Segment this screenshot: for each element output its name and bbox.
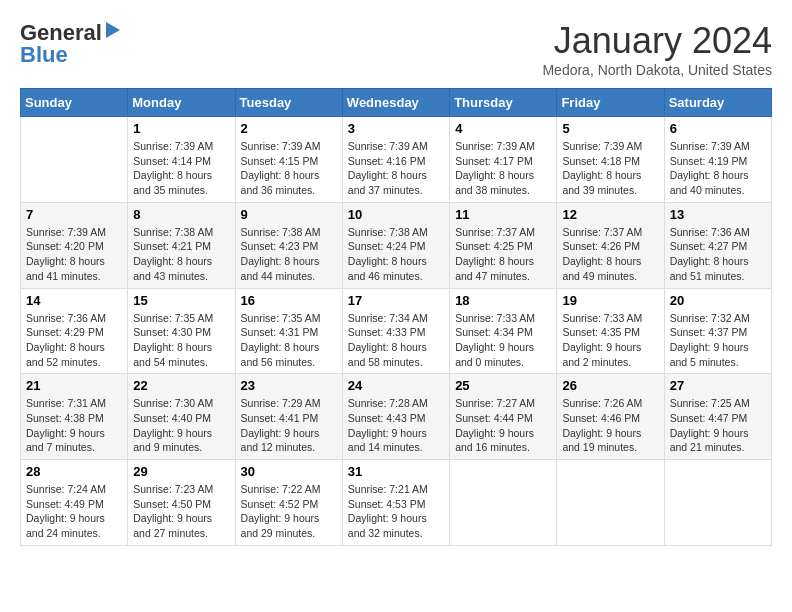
calendar-week-row: 7Sunrise: 7:39 AMSunset: 4:20 PMDaylight… (21, 202, 772, 288)
day-cell-8: 8Sunrise: 7:38 AMSunset: 4:21 PMDaylight… (128, 202, 235, 288)
day-number: 9 (241, 207, 337, 222)
day-detail: Sunrise: 7:35 AMSunset: 4:31 PMDaylight:… (241, 311, 337, 370)
weekday-header-friday: Friday (557, 89, 664, 117)
empty-day-cell (664, 460, 771, 546)
day-number: 12 (562, 207, 658, 222)
day-detail: Sunrise: 7:36 AMSunset: 4:29 PMDaylight:… (26, 311, 122, 370)
day-cell-14: 14Sunrise: 7:36 AMSunset: 4:29 PMDayligh… (21, 288, 128, 374)
day-number: 31 (348, 464, 444, 479)
day-number: 28 (26, 464, 122, 479)
weekday-header-thursday: Thursday (450, 89, 557, 117)
day-cell-31: 31Sunrise: 7:21 AMSunset: 4:53 PMDayligh… (342, 460, 449, 546)
day-number: 17 (348, 293, 444, 308)
day-detail: Sunrise: 7:21 AMSunset: 4:53 PMDaylight:… (348, 482, 444, 541)
day-cell-10: 10Sunrise: 7:38 AMSunset: 4:24 PMDayligh… (342, 202, 449, 288)
weekday-header-wednesday: Wednesday (342, 89, 449, 117)
empty-day-cell (21, 117, 128, 203)
day-cell-30: 30Sunrise: 7:22 AMSunset: 4:52 PMDayligh… (235, 460, 342, 546)
day-cell-11: 11Sunrise: 7:37 AMSunset: 4:25 PMDayligh… (450, 202, 557, 288)
month-title: January 2024 (542, 20, 772, 62)
day-detail: Sunrise: 7:38 AMSunset: 4:21 PMDaylight:… (133, 225, 229, 284)
day-number: 2 (241, 121, 337, 136)
day-number: 6 (670, 121, 766, 136)
day-detail: Sunrise: 7:28 AMSunset: 4:43 PMDaylight:… (348, 396, 444, 455)
day-number: 24 (348, 378, 444, 393)
empty-day-cell (557, 460, 664, 546)
day-number: 27 (670, 378, 766, 393)
day-detail: Sunrise: 7:38 AMSunset: 4:24 PMDaylight:… (348, 225, 444, 284)
day-cell-2: 2Sunrise: 7:39 AMSunset: 4:15 PMDaylight… (235, 117, 342, 203)
day-number: 7 (26, 207, 122, 222)
day-detail: Sunrise: 7:37 AMSunset: 4:26 PMDaylight:… (562, 225, 658, 284)
day-cell-25: 25Sunrise: 7:27 AMSunset: 4:44 PMDayligh… (450, 374, 557, 460)
day-cell-3: 3Sunrise: 7:39 AMSunset: 4:16 PMDaylight… (342, 117, 449, 203)
day-detail: Sunrise: 7:27 AMSunset: 4:44 PMDaylight:… (455, 396, 551, 455)
day-cell-18: 18Sunrise: 7:33 AMSunset: 4:34 PMDayligh… (450, 288, 557, 374)
day-detail: Sunrise: 7:37 AMSunset: 4:25 PMDaylight:… (455, 225, 551, 284)
day-cell-24: 24Sunrise: 7:28 AMSunset: 4:43 PMDayligh… (342, 374, 449, 460)
day-detail: Sunrise: 7:33 AMSunset: 4:34 PMDaylight:… (455, 311, 551, 370)
day-number: 26 (562, 378, 658, 393)
weekday-header-row: SundayMondayTuesdayWednesdayThursdayFrid… (21, 89, 772, 117)
day-number: 8 (133, 207, 229, 222)
day-number: 29 (133, 464, 229, 479)
day-cell-27: 27Sunrise: 7:25 AMSunset: 4:47 PMDayligh… (664, 374, 771, 460)
day-number: 18 (455, 293, 551, 308)
day-cell-9: 9Sunrise: 7:38 AMSunset: 4:23 PMDaylight… (235, 202, 342, 288)
location-text: Medora, North Dakota, United States (542, 62, 772, 78)
day-cell-4: 4Sunrise: 7:39 AMSunset: 4:17 PMDaylight… (450, 117, 557, 203)
day-cell-19: 19Sunrise: 7:33 AMSunset: 4:35 PMDayligh… (557, 288, 664, 374)
day-cell-5: 5Sunrise: 7:39 AMSunset: 4:18 PMDaylight… (557, 117, 664, 203)
calendar-week-row: 1Sunrise: 7:39 AMSunset: 4:14 PMDaylight… (21, 117, 772, 203)
day-number: 13 (670, 207, 766, 222)
logo-blue-text: Blue (20, 42, 68, 68)
day-cell-29: 29Sunrise: 7:23 AMSunset: 4:50 PMDayligh… (128, 460, 235, 546)
day-cell-1: 1Sunrise: 7:39 AMSunset: 4:14 PMDaylight… (128, 117, 235, 203)
day-detail: Sunrise: 7:39 AMSunset: 4:16 PMDaylight:… (348, 139, 444, 198)
empty-day-cell (450, 460, 557, 546)
day-detail: Sunrise: 7:32 AMSunset: 4:37 PMDaylight:… (670, 311, 766, 370)
day-detail: Sunrise: 7:22 AMSunset: 4:52 PMDaylight:… (241, 482, 337, 541)
day-detail: Sunrise: 7:39 AMSunset: 4:15 PMDaylight:… (241, 139, 337, 198)
day-number: 22 (133, 378, 229, 393)
day-number: 15 (133, 293, 229, 308)
day-number: 21 (26, 378, 122, 393)
weekday-header-monday: Monday (128, 89, 235, 117)
day-number: 16 (241, 293, 337, 308)
day-number: 5 (562, 121, 658, 136)
day-detail: Sunrise: 7:39 AMSunset: 4:18 PMDaylight:… (562, 139, 658, 198)
day-number: 4 (455, 121, 551, 136)
day-detail: Sunrise: 7:39 AMSunset: 4:19 PMDaylight:… (670, 139, 766, 198)
day-detail: Sunrise: 7:33 AMSunset: 4:35 PMDaylight:… (562, 311, 658, 370)
day-number: 25 (455, 378, 551, 393)
day-cell-6: 6Sunrise: 7:39 AMSunset: 4:19 PMDaylight… (664, 117, 771, 203)
day-detail: Sunrise: 7:31 AMSunset: 4:38 PMDaylight:… (26, 396, 122, 455)
day-number: 11 (455, 207, 551, 222)
weekday-header-saturday: Saturday (664, 89, 771, 117)
day-cell-21: 21Sunrise: 7:31 AMSunset: 4:38 PMDayligh… (21, 374, 128, 460)
day-cell-12: 12Sunrise: 7:37 AMSunset: 4:26 PMDayligh… (557, 202, 664, 288)
day-detail: Sunrise: 7:26 AMSunset: 4:46 PMDaylight:… (562, 396, 658, 455)
calendar-table: SundayMondayTuesdayWednesdayThursdayFrid… (20, 88, 772, 546)
day-cell-22: 22Sunrise: 7:30 AMSunset: 4:40 PMDayligh… (128, 374, 235, 460)
day-detail: Sunrise: 7:34 AMSunset: 4:33 PMDaylight:… (348, 311, 444, 370)
day-cell-23: 23Sunrise: 7:29 AMSunset: 4:41 PMDayligh… (235, 374, 342, 460)
day-detail: Sunrise: 7:39 AMSunset: 4:17 PMDaylight:… (455, 139, 551, 198)
day-cell-26: 26Sunrise: 7:26 AMSunset: 4:46 PMDayligh… (557, 374, 664, 460)
page-header: General Blue January 2024 Medora, North … (20, 20, 772, 78)
day-detail: Sunrise: 7:36 AMSunset: 4:27 PMDaylight:… (670, 225, 766, 284)
weekday-header-tuesday: Tuesday (235, 89, 342, 117)
day-cell-15: 15Sunrise: 7:35 AMSunset: 4:30 PMDayligh… (128, 288, 235, 374)
day-number: 3 (348, 121, 444, 136)
day-detail: Sunrise: 7:39 AMSunset: 4:20 PMDaylight:… (26, 225, 122, 284)
title-section: January 2024 Medora, North Dakota, Unite… (542, 20, 772, 78)
svg-marker-0 (106, 22, 120, 38)
day-cell-16: 16Sunrise: 7:35 AMSunset: 4:31 PMDayligh… (235, 288, 342, 374)
day-number: 30 (241, 464, 337, 479)
day-detail: Sunrise: 7:35 AMSunset: 4:30 PMDaylight:… (133, 311, 229, 370)
calendar-week-row: 21Sunrise: 7:31 AMSunset: 4:38 PMDayligh… (21, 374, 772, 460)
day-number: 14 (26, 293, 122, 308)
day-detail: Sunrise: 7:38 AMSunset: 4:23 PMDaylight:… (241, 225, 337, 284)
day-number: 1 (133, 121, 229, 136)
day-detail: Sunrise: 7:23 AMSunset: 4:50 PMDaylight:… (133, 482, 229, 541)
